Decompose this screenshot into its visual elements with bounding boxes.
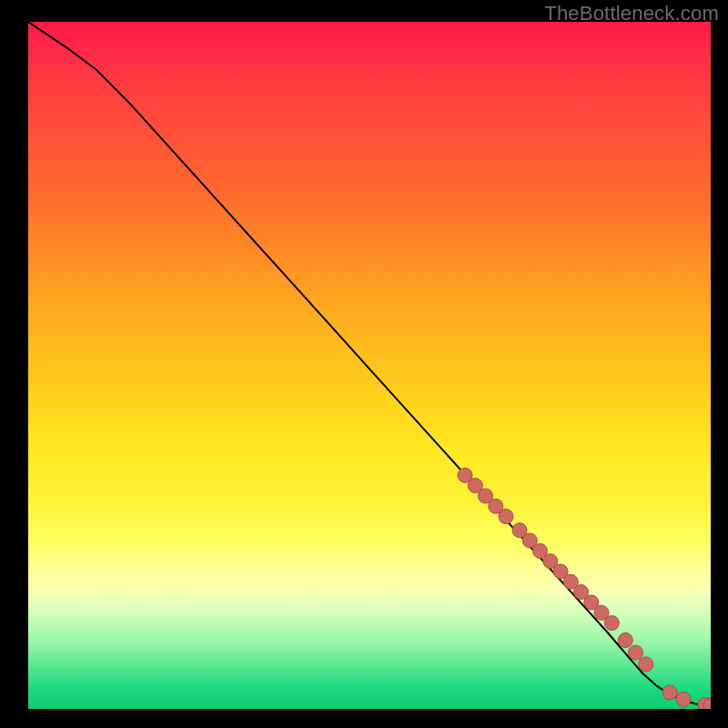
marker-group [458,468,711,709]
data-marker [499,510,513,524]
chart-overlay [28,22,711,709]
bottleneck-curve [28,22,711,705]
plot-area [28,22,711,709]
data-marker [676,692,691,706]
data-marker [604,616,619,631]
data-marker [639,657,653,672]
data-marker [662,685,677,700]
data-marker [629,645,643,660]
chart-frame: TheBottleneck.com [0,0,728,728]
data-marker [618,633,632,648]
watermark-label: TheBottleneck.com [544,2,719,25]
